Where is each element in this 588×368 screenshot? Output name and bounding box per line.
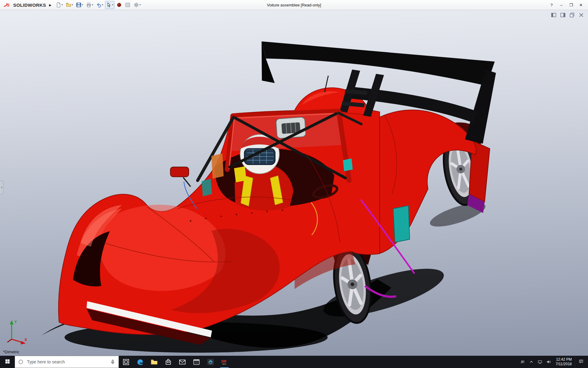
dropdown-caret-icon[interactable]: ▾ [139,4,141,6]
clock-time: 12:42 PM [556,357,572,362]
start-button[interactable] [0,356,15,368]
appearance-button[interactable] [115,1,123,9]
options-icon [134,2,139,8]
console-taskbar-button[interactable] [189,356,203,368]
taskbar-apps: SW2017 [119,356,232,368]
dropdown-caret-icon[interactable]: ▾ [92,4,93,6]
store-icon [164,358,172,366]
chevron-up-tray-icon[interactable] [527,356,536,368]
windows-logo-icon [5,359,10,365]
file-explorer-taskbar-button[interactable] [147,356,161,368]
dropdown-caret-icon[interactable]: ▾ [112,4,113,6]
view-orientation-label: *Dimetric [3,350,19,354]
volume-tray-icon[interactable] [544,356,553,368]
select-tool-button[interactable]: ▾ [105,1,115,9]
mr-viewer-taskbar-button[interactable] [203,356,217,368]
open-document-button[interactable]: ▾ [65,1,74,9]
appearance-icon [116,2,122,8]
edge-icon [136,358,144,366]
undo-button[interactable]: ▾ [95,1,104,9]
design-table-button[interactable] [124,1,132,9]
solidworks-2017-icon: SW2017 [221,358,228,366]
svg-text:2017: 2017 [222,363,226,365]
save-icon [76,2,81,8]
network-tray-icon[interactable] [536,356,544,368]
titlebar: S SOLIDWORKS ▶ ▾▾▾▾▾▾▾ Voiture assemblee… [0,0,588,10]
microphone-icon[interactable] [110,359,115,365]
task-view-taskbar-button[interactable] [119,356,133,368]
select-tool-icon [106,2,112,8]
solidworks-logo: S SOLIDWORKS [0,0,48,10]
save-button[interactable]: ▾ [75,1,84,9]
main-toolbar: ▾▾▾▾▾▾▾ [55,1,142,9]
dropdown-caret-icon[interactable]: ▾ [62,4,63,6]
new-document-button[interactable]: ▾ [55,1,64,9]
taskbar-search[interactable] [15,356,119,368]
open-document-icon [66,2,71,8]
search-input[interactable] [26,359,107,365]
new-document-icon [56,2,61,8]
taskbar: SW2017 12:42 PM 7/11/2018 [0,356,588,368]
people-tray-icon[interactable] [518,356,527,368]
toolbar-expand-arrow-icon[interactable]: ▶ [49,3,51,7]
undo-icon [96,2,102,8]
screen: S SOLIDWORKS ▶ ▾▾▾▾▾▾▾ Voiture assemblee… [0,0,588,368]
design-table-icon [125,2,130,8]
minimize-button[interactable]: – [557,1,566,9]
clock-date: 7/11/2018 [556,362,572,366]
window-controls: ? – ❐ ✕ [547,1,588,9]
document-title: Voiture assemblee [Read-only] [267,3,321,7]
viewport-3d[interactable]: ◂ [0,10,588,356]
svg-text:S: S [7,3,9,7]
cortana-icon [18,359,24,365]
system-tray: 12:42 PM 7/11/2018 [518,356,588,368]
solidworks-2017-taskbar-button[interactable]: SW2017 [217,356,232,368]
dropdown-caret-icon[interactable]: ▾ [102,4,103,6]
store-taskbar-button[interactable] [161,356,175,368]
mr-viewer-icon [207,358,214,366]
triad-y-label: Y [14,320,17,324]
file-explorer-icon [150,358,158,366]
action-center-button[interactable] [575,356,587,368]
orientation-triad: Y X [4,318,30,346]
help-button[interactable]: ? [547,1,556,9]
dropdown-caret-icon[interactable]: ▾ [82,4,83,6]
console-icon [193,358,200,366]
car-model-canvas[interactable] [0,10,588,356]
mail-icon [179,358,186,366]
mail-taskbar-button[interactable] [175,356,189,368]
close-button[interactable]: ✕ [576,1,586,9]
task-view-icon [122,358,130,366]
dropdown-caret-icon[interactable]: ▾ [72,4,73,6]
svg-text:SW: SW [221,359,226,363]
action-center-icon [579,359,584,365]
taskbar-clock[interactable]: 12:42 PM 7/11/2018 [553,357,575,366]
ds-logo-icon: S [3,2,12,7]
options-button[interactable]: ▾ [132,1,142,9]
maximize-button[interactable]: ❐ [567,1,576,9]
solidworks-logo-text: SOLIDWORKS [13,2,46,8]
print-button[interactable]: ▾ [85,1,94,9]
triad-x-label: X [24,338,27,342]
edge-taskbar-button[interactable] [133,356,147,368]
print-icon [86,2,92,8]
